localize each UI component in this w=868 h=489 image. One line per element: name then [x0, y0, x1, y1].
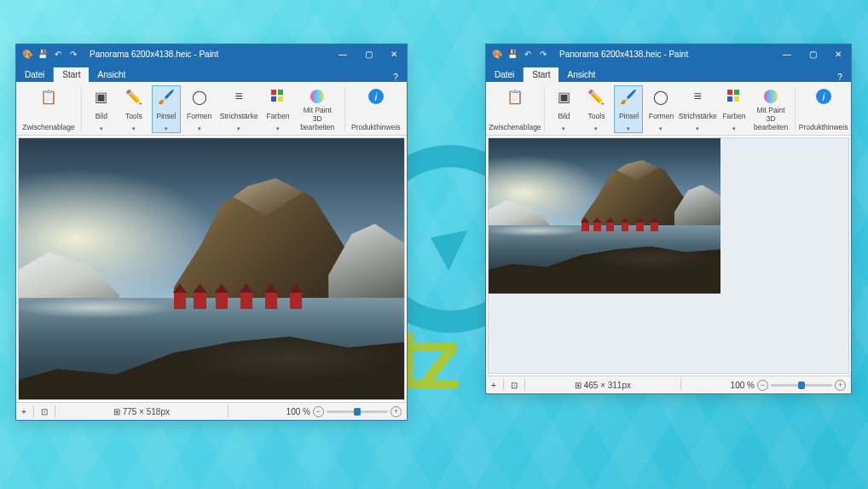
window-title: Panorama 6200x4138.heic - Paint	[554, 49, 774, 59]
chevron-down-icon: ▾	[562, 126, 565, 131]
dimensions-icon: ⊞	[575, 381, 582, 390]
svg-rect-2	[271, 96, 276, 102]
tab-view[interactable]: Ansicht	[558, 67, 604, 82]
chevron-down-icon: ▾	[659, 126, 663, 131]
app-icon: 🎨	[21, 49, 33, 61]
minimize-button[interactable]: —	[330, 44, 356, 64]
window-controls: — ▢ ✕	[774, 44, 851, 64]
brush-icon: 🖌️	[619, 87, 638, 106]
svg-point-11	[764, 90, 778, 103]
chevron-down-icon: ▾	[276, 126, 280, 131]
statusbar: + ⊡ ⊞ 775 × 518px 100 % − +	[16, 402, 407, 420]
titlebar[interactable]: 🎨 💾 ↶ ↷ Panorama 6200x4138.heic - Paint …	[486, 44, 851, 64]
crosshair-icon: +	[491, 381, 496, 390]
zoom-in-button[interactable]: +	[391, 406, 402, 417]
maximize-button[interactable]: ▢	[800, 44, 825, 64]
ribbon-colors[interactable]: Farben ▾	[263, 85, 292, 133]
paint-window-right: 🎨 💾 ↶ ↷ Panorama 6200x4138.heic - Paint …	[485, 44, 852, 394]
canvas-dimensions: ⊞ 775 × 518px	[113, 407, 170, 416]
canvas-dimensions: ⊞ 465 × 311px	[575, 381, 631, 390]
ribbon-image[interactable]: ▣ Bild ▾	[549, 85, 578, 133]
pencil-icon: ✏️	[124, 87, 143, 106]
save-icon[interactable]: 💾	[506, 49, 518, 61]
svg-rect-0	[271, 90, 276, 95]
chevron-down-icon: ▾	[627, 126, 630, 131]
app-icon: 🎨	[491, 49, 503, 61]
clipboard-icon: 📋	[39, 87, 58, 106]
chevron-down-icon: ▾	[100, 126, 103, 131]
ribbon-brushes[interactable]: 🖌️ Pinsel ▾	[614, 85, 643, 133]
image-content	[489, 138, 720, 294]
ribbon-paint3d[interactable]: Mit Paint 3Dbearbeiten	[752, 85, 790, 133]
ribbon-tools[interactable]: ✏️ Tools ▾	[119, 85, 148, 133]
canvas-area[interactable]	[488, 137, 849, 374]
zoom-out-button[interactable]: −	[313, 406, 324, 417]
tab-file[interactable]: Datei	[16, 67, 54, 82]
quick-access-toolbar: 🎨 💾 ↶ ↷	[486, 49, 554, 61]
dimensions-icon: ⊞	[113, 407, 120, 416]
minimize-button[interactable]: —	[774, 44, 800, 64]
zoom-slider[interactable]	[327, 410, 388, 413]
zoom-level: 100 %	[731, 381, 755, 390]
help-icon[interactable]: ?	[388, 73, 407, 82]
image-content	[19, 138, 405, 400]
tab-start[interactable]: Start	[524, 67, 558, 82]
titlebar[interactable]: 🎨 💾 ↶ ↷ Panorama 6200x4138.heic - Paint …	[16, 44, 407, 64]
zoom-level: 100 %	[286, 407, 310, 416]
chevron-down-icon: ▾	[132, 126, 136, 131]
ribbon-info[interactable]: i Produkthinweis	[350, 85, 402, 133]
svg-rect-9	[727, 96, 732, 102]
ribbon-tools[interactable]: ✏️ Tools ▾	[582, 85, 610, 133]
close-button[interactable]: ✕	[825, 44, 851, 64]
ribbon-stroke[interactable]: ≡ Strichstärke ▾	[218, 85, 260, 133]
svg-point-4	[310, 90, 324, 103]
window-title: Panorama 6200x4138.heic - Paint	[84, 49, 330, 59]
svg-rect-7	[727, 90, 732, 95]
crosshair-icon: +	[21, 407, 26, 416]
ribbon-paint3d[interactable]: Mit Paint 3Dbearbeiten	[296, 85, 339, 133]
help-icon[interactable]: ?	[832, 73, 851, 82]
statusbar: + ⊡ ⊞ 465 × 311px 100 % − +	[486, 375, 851, 393]
ribbon-clipboard[interactable]: 📋 Zwischenablage	[21, 85, 76, 133]
chevron-down-icon: ▾	[198, 126, 201, 131]
undo-icon[interactable]: ↶	[522, 49, 534, 61]
colors-icon	[269, 87, 287, 106]
zoom-slider[interactable]	[771, 384, 832, 387]
ribbon-info[interactable]: i Produkthinweis	[801, 85, 846, 133]
svg-rect-10	[734, 96, 739, 102]
selection-size-icon: ⊡	[511, 381, 518, 390]
undo-icon[interactable]: ↶	[52, 49, 64, 61]
quick-access-toolbar: 🎨 💾 ↶ ↷	[16, 49, 84, 61]
tab-file[interactable]: Datei	[486, 67, 524, 82]
ribbon-brushes[interactable]: 🖌️ Pinsel ▾	[152, 85, 181, 133]
image-icon: ▣	[554, 87, 573, 106]
ribbon-tabs: Datei Start Ansicht ?	[486, 64, 851, 82]
svg-rect-1	[278, 90, 283, 95]
close-button[interactable]: ✕	[381, 44, 407, 64]
maximize-button[interactable]: ▢	[356, 44, 381, 64]
window-controls: — ▢ ✕	[330, 44, 407, 64]
brush-icon: 🖌️	[157, 87, 176, 106]
tab-view[interactable]: Ansicht	[89, 67, 134, 82]
cursor-coords: +	[21, 407, 26, 416]
save-icon[interactable]: 💾	[37, 49, 49, 61]
ribbon: 📋 Zwischenablage ▣ Bild ▾ ✏️ Tools ▾ 🖌️ …	[486, 82, 851, 136]
tab-start[interactable]: Start	[54, 67, 89, 82]
ribbon-clipboard[interactable]: 📋 Zwischenablage	[491, 85, 539, 133]
ribbon-colors[interactable]: Farben ▾	[720, 85, 749, 133]
canvas-area[interactable]	[18, 137, 405, 400]
ribbon-shapes[interactable]: ◯ Formen ▾	[646, 85, 675, 133]
zoom-in-button[interactable]: +	[835, 380, 846, 391]
pencil-icon: ✏️	[587, 87, 605, 106]
redo-icon[interactable]: ↷	[67, 49, 79, 61]
ribbon-image[interactable]: ▣ Bild ▾	[87, 85, 116, 133]
ribbon-shapes[interactable]: ◯ Formen ▾	[184, 85, 215, 133]
shapes-icon: ◯	[190, 87, 209, 106]
shapes-icon: ◯	[651, 87, 670, 106]
ribbon-stroke[interactable]: ≡ Strichstärke ▾	[679, 85, 715, 133]
svg-rect-3	[278, 96, 283, 102]
paint3d-icon	[308, 87, 327, 106]
zoom-out-button[interactable]: −	[757, 380, 768, 391]
redo-icon[interactable]: ↷	[537, 49, 549, 61]
chevron-down-icon: ▾	[594, 126, 598, 131]
